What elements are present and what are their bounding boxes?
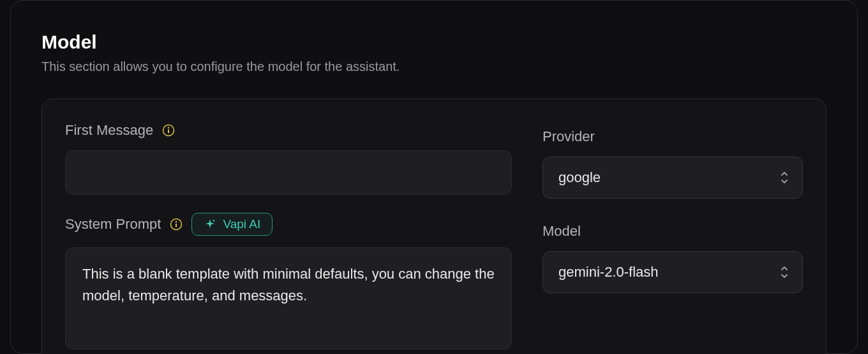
model-group: Model gemini-2.0-flash <box>542 223 803 293</box>
right-column: Provider google Model gemini-2.0-flash <box>542 122 803 354</box>
model-select[interactable]: gemini-2.0-flash <box>542 251 803 293</box>
provider-select-wrap: google <box>542 157 803 199</box>
first-message-label: First Message <box>65 122 153 139</box>
model-section-panel: Model This section allows you to configu… <box>10 0 858 354</box>
vapi-ai-badge[interactable]: Vapi AI <box>191 213 273 236</box>
info-icon[interactable] <box>170 218 183 231</box>
left-column: First Message System Prompt <box>65 122 512 354</box>
model-label: Model <box>542 223 803 240</box>
svg-point-1 <box>168 127 169 128</box>
model-select-wrap: gemini-2.0-flash <box>542 251 803 293</box>
system-prompt-textarea[interactable]: This is a blank template with minimal de… <box>65 247 512 350</box>
sparkle-icon <box>204 218 216 231</box>
section-subtitle: This section allows you to configure the… <box>41 59 827 74</box>
provider-label: Provider <box>542 128 803 145</box>
vapi-ai-badge-text: Vapi AI <box>223 217 260 231</box>
system-prompt-group: System Prompt Vapi AI This is a <box>65 213 512 352</box>
svg-point-4 <box>176 221 177 222</box>
provider-select-value: google <box>558 169 601 186</box>
provider-select[interactable]: google <box>542 157 803 199</box>
provider-group: Provider google <box>542 128 803 199</box>
first-message-input[interactable] <box>65 150 512 195</box>
first-message-label-row: First Message <box>65 122 512 139</box>
model-config-card: First Message System Prompt <box>41 98 827 354</box>
section-title: Model <box>41 31 827 53</box>
svg-rect-2 <box>168 130 169 134</box>
model-select-value: gemini-2.0-flash <box>558 264 659 281</box>
first-message-group: First Message <box>65 122 512 195</box>
system-prompt-label-row: System Prompt Vapi AI <box>65 213 512 236</box>
info-icon[interactable] <box>162 124 175 137</box>
system-prompt-label: System Prompt <box>65 216 161 233</box>
svg-rect-5 <box>176 224 177 227</box>
